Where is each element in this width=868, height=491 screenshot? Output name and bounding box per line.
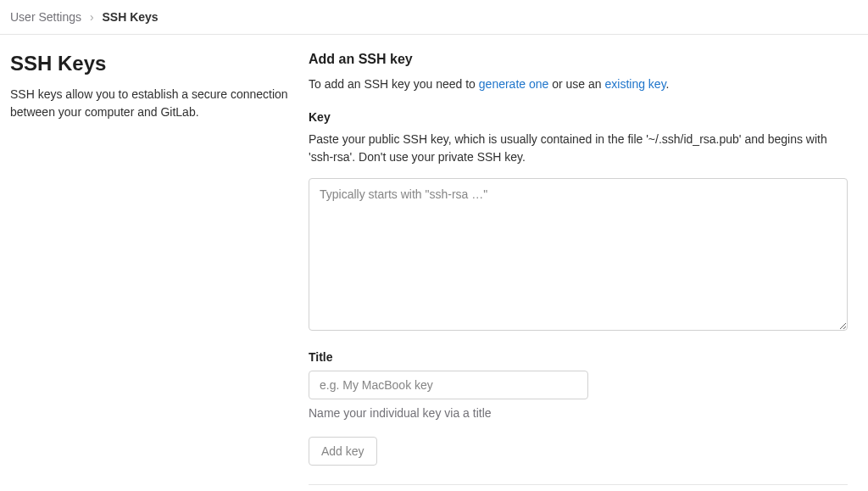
instruction-text-suffix: . [666,77,670,91]
generate-key-link[interactable]: generate one [479,77,549,91]
key-label: Key [309,110,848,124]
form-heading: Add an SSH key [309,52,848,67]
breadcrumb-current: SSH Keys [103,10,159,24]
divider [309,484,848,485]
key-textarea[interactable] [309,178,848,331]
form-instruction: To add an SSH key you need to generate o… [309,75,848,93]
instruction-text-mid: or use an [548,77,604,91]
add-key-button[interactable]: Add key [309,437,377,466]
title-input[interactable] [309,371,588,399]
existing-key-link[interactable]: existing key [605,77,666,91]
page-title: SSH Keys [10,52,288,75]
title-helper-text: Name your individual key via a title [309,406,848,420]
breadcrumb-parent-link[interactable]: User Settings [10,10,81,24]
page-description: SSH keys allow you to establish a secure… [10,86,288,121]
chevron-right-icon: › [90,10,94,24]
description-column: SSH Keys SSH keys allow you to establish… [10,52,288,485]
form-column: Add an SSH key To add an SSH key you nee… [309,52,858,485]
title-label: Title [309,350,848,364]
content-area: SSH Keys SSH keys allow you to establish… [0,35,868,491]
breadcrumb: User Settings › SSH Keys [0,0,868,35]
instruction-text-prefix: To add an SSH key you need to [309,77,479,91]
key-description: Paste your public SSH key, which is usua… [309,131,848,166]
